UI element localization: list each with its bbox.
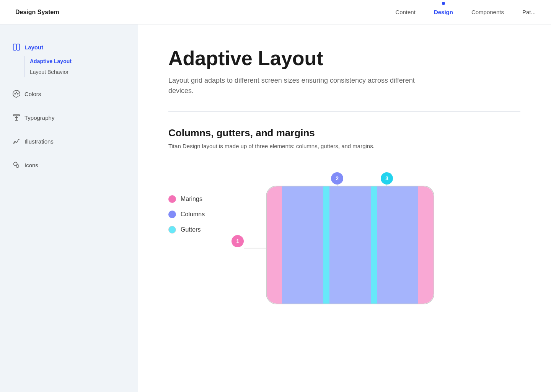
nav-content[interactable]: Content <box>395 9 416 15</box>
gutter-2 <box>371 186 377 304</box>
section-divider <box>168 111 520 112</box>
sidebar-label-icons: Icons <box>24 162 38 168</box>
illustrations-icon <box>12 137 21 145</box>
page-title: Adaptive Layout <box>168 47 520 69</box>
callout-number-2: 2 <box>336 175 339 181</box>
sidebar-children-layout: Adaptive Layout Layout Behavior <box>24 56 126 77</box>
main-content: Adaptive Layout Layout grid adapts to di… <box>138 24 551 392</box>
svg-point-3 <box>16 92 17 93</box>
sidebar-section-colors: Colors <box>12 87 126 101</box>
phone-margin-right <box>418 186 434 304</box>
legend-margins: Marings <box>168 195 205 203</box>
legend-label-gutters: Gutters <box>181 226 201 233</box>
sidebar-section-typography: Typography <box>12 110 126 125</box>
sidebar-item-colors[interactable]: Colors <box>12 87 126 101</box>
sidebar-label-illustrations: Illustrations <box>24 138 54 145</box>
sidebar-section-layout: Layout Adaptive Layout Layout Behavior <box>12 40 126 77</box>
icons-icon <box>12 161 21 169</box>
phone-side-button <box>434 225 434 244</box>
section-title: Columns, gutters, and margins <box>168 127 520 139</box>
topnav: Design System Content Design Components … <box>0 0 551 24</box>
sidebar-section-icons: Icons <box>12 158 126 172</box>
legend-dot-margins <box>168 195 176 203</box>
nav-design[interactable]: Design <box>434 9 453 15</box>
column-block-3 <box>377 186 418 304</box>
nav-components[interactable]: Components <box>471 9 504 15</box>
svg-point-4 <box>18 93 18 94</box>
gutter-1 <box>323 186 329 304</box>
diagram-legend: Marings Columns Gutters <box>168 165 205 234</box>
sidebar-child-adaptive-layout[interactable]: Adaptive Layout <box>30 56 126 67</box>
legend-dot-columns <box>168 211 176 218</box>
sidebar-item-layout[interactable]: Layout <box>12 40 126 54</box>
phone-inner <box>267 186 434 304</box>
sidebar-child-layout-behavior[interactable]: Layout Behavior <box>30 67 126 77</box>
legend-dot-gutters <box>168 226 176 234</box>
legend-label-margins: Marings <box>181 196 202 203</box>
column-block-1 <box>282 186 323 304</box>
sidebar-label-typography: Typography <box>24 114 54 121</box>
sidebar-item-typography[interactable]: Typography <box>12 110 126 125</box>
phone-diagram: 1 2 3 <box>228 165 438 304</box>
sidebar-item-illustrations[interactable]: Illustrations <box>12 134 126 149</box>
diagram-area: Marings Columns Gutters 1 <box>168 165 520 304</box>
sidebar-item-icons[interactable]: Icons <box>12 158 126 172</box>
phone-margin-left <box>267 186 282 304</box>
callout-bubble-1: 1 <box>231 235 244 247</box>
svg-rect-5 <box>13 115 20 116</box>
phone-frame <box>266 186 434 304</box>
sidebar-label-colors: Colors <box>24 91 41 97</box>
colors-icon <box>12 90 21 98</box>
columns-area <box>282 186 418 304</box>
page-subtitle: Layout grid adapts to different screen s… <box>168 75 436 96</box>
column-block-2 <box>329 186 371 304</box>
svg-rect-1 <box>17 44 20 51</box>
callout-bubble-2: 2 <box>331 172 343 185</box>
callout-number-1: 1 <box>236 238 239 244</box>
section-desc: Titan Design layout is made up of three … <box>168 143 520 149</box>
typography-icon <box>12 113 21 122</box>
sidebar-label-layout: Layout <box>24 44 43 51</box>
page-body: Layout Adaptive Layout Layout Behavior C… <box>0 24 551 392</box>
svg-rect-0 <box>13 44 16 51</box>
topnav-links: Content Design Components Pat... <box>395 9 536 15</box>
nav-patterns[interactable]: Pat... <box>522 9 536 15</box>
sidebar: Layout Adaptive Layout Layout Behavior C… <box>0 24 138 392</box>
legend-gutters: Gutters <box>168 226 205 234</box>
legend-label-columns: Columns <box>181 211 205 218</box>
svg-point-2 <box>15 93 15 94</box>
callout-bubble-3: 3 <box>381 172 393 185</box>
sidebar-section-illustrations: Illustrations <box>12 134 126 149</box>
app-logo: Design System <box>15 9 59 16</box>
callout-number-3: 3 <box>385 175 388 181</box>
layout-icon <box>12 43 21 51</box>
legend-columns: Columns <box>168 211 205 218</box>
